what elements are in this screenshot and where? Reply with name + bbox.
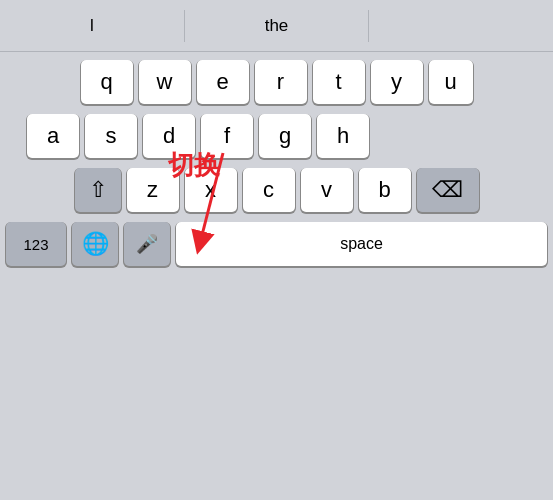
key-delete[interactable]: ⌫ xyxy=(417,168,479,212)
keyboard-row-1: q w e r t y u xyxy=(3,60,550,104)
keyboard-row-2: a s d f g h xyxy=(3,114,550,158)
key-h[interactable]: h xyxy=(317,114,369,158)
key-y[interactable]: y xyxy=(371,60,423,104)
key-e[interactable]: e xyxy=(197,60,249,104)
key-v[interactable]: v xyxy=(301,168,353,212)
autocomplete-bar: l the xyxy=(0,0,553,52)
autocomplete-item-the[interactable]: the xyxy=(185,0,369,51)
autocomplete-text-l: l xyxy=(90,16,94,36)
autocomplete-item-empty[interactable] xyxy=(369,0,553,51)
globe-icon: 🌐 xyxy=(82,231,109,257)
key-mic[interactable]: 🎤 xyxy=(124,222,170,266)
keyboard: q w e r t y u a s d f g h ⇧ z x c v b ⌫ … xyxy=(0,52,553,280)
key-d[interactable]: d xyxy=(143,114,195,158)
key-s[interactable]: s xyxy=(85,114,137,158)
delete-icon: ⌫ xyxy=(432,177,463,203)
key-space[interactable]: space xyxy=(176,222,547,266)
key-globe[interactable]: 🌐 xyxy=(72,222,118,266)
key-w[interactable]: w xyxy=(139,60,191,104)
shift-icon: ⇧ xyxy=(89,177,107,203)
key-f[interactable]: f xyxy=(201,114,253,158)
key-shift[interactable]: ⇧ xyxy=(75,168,121,212)
key-r[interactable]: r xyxy=(255,60,307,104)
key-q[interactable]: q xyxy=(81,60,133,104)
key-z[interactable]: z xyxy=(127,168,179,212)
key-a[interactable]: a xyxy=(27,114,79,158)
autocomplete-item-l[interactable]: l xyxy=(0,0,184,51)
key-u[interactable]: u xyxy=(429,60,473,104)
key-123[interactable]: 123 xyxy=(6,222,66,266)
key-t[interactable]: t xyxy=(313,60,365,104)
autocomplete-text-the: the xyxy=(265,16,289,36)
key-b[interactable]: b xyxy=(359,168,411,212)
key-x[interactable]: x xyxy=(185,168,237,212)
key-g[interactable]: g xyxy=(259,114,311,158)
microphone-icon: 🎤 xyxy=(136,233,158,255)
keyboard-row-4: 123 🌐 🎤 space xyxy=(3,222,550,266)
keyboard-row-3: ⇧ z x c v b ⌫ xyxy=(3,168,550,212)
key-c[interactable]: c xyxy=(243,168,295,212)
